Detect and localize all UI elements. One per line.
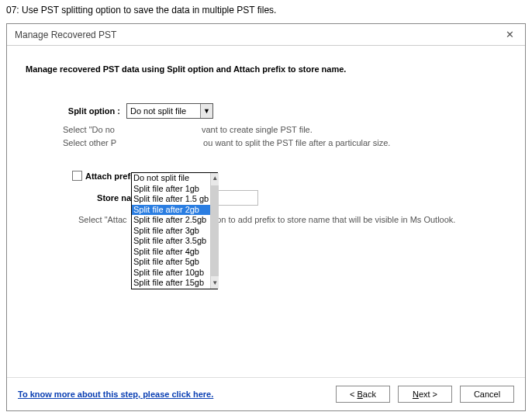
dropdown-option[interactable]: Do not split file bbox=[132, 173, 210, 184]
dropdown-option[interactable]: Split file after 4gb bbox=[132, 247, 210, 258]
dialog-titlebar: Manage Recovered PST ✕ bbox=[7, 24, 525, 46]
dropdown-option[interactable]: Split file after 15gb bbox=[132, 278, 210, 289]
dropdown-option[interactable]: Split file after 10gb bbox=[132, 268, 210, 279]
dialog-body: Manage recovered PST data using Split op… bbox=[7, 46, 525, 377]
dropdown-option[interactable]: Split file after 1gb bbox=[132, 184, 210, 195]
back-button[interactable]: < Back bbox=[336, 386, 390, 403]
dialog-manage-pst: Manage Recovered PST ✕ Manage recovered … bbox=[6, 23, 526, 411]
split-hint: Select "Do novant to create single PST f… bbox=[63, 123, 506, 149]
scroll-down-icon[interactable]: ▼ bbox=[212, 278, 218, 289]
scrollbar[interactable]: ▲ ▼ bbox=[210, 173, 219, 289]
dropdown-option[interactable]: Split file after 2gb bbox=[132, 205, 210, 216]
split-option-select[interactable]: Do not split file ▼ bbox=[126, 103, 213, 119]
dialog-footer: To know more about this step, please cli… bbox=[7, 377, 525, 410]
next-button[interactable]: Next > bbox=[398, 386, 452, 403]
dialog-title: Manage Recovered PST bbox=[15, 29, 116, 40]
store-name-row: Store name bbox=[26, 190, 506, 206]
split-option-label: Split option : bbox=[26, 106, 126, 116]
dropdown-option[interactable]: Split file after 1.5 gb bbox=[132, 194, 210, 205]
split-option-value: Do not split file bbox=[127, 106, 200, 116]
dropdown-option[interactable]: Split file after 3gb bbox=[132, 226, 210, 237]
close-icon[interactable]: ✕ bbox=[503, 29, 517, 40]
chevron-down-icon[interactable]: ▼ bbox=[200, 104, 212, 118]
dialog-heading: Manage recovered PST data using Split op… bbox=[26, 64, 506, 74]
dropdown-option[interactable]: Split file after 5gb bbox=[132, 257, 210, 268]
dropdown-option[interactable]: Split file after 3.5gb bbox=[132, 236, 210, 247]
scroll-thumb[interactable] bbox=[211, 185, 219, 276]
step-instruction: 07: Use PST splitting option to save the… bbox=[0, 0, 532, 23]
attach-prefix-checkbox[interactable] bbox=[72, 171, 82, 181]
split-option-dropdown[interactable]: Do not split fileSplit file after 1gbSpl… bbox=[131, 172, 218, 289]
button-group: < Back Next > Cancel bbox=[336, 386, 514, 403]
split-option-row: Split option : Do not split file ▼ bbox=[26, 103, 506, 119]
help-link[interactable]: To know more about this step, please cli… bbox=[18, 390, 213, 399]
scroll-up-icon[interactable]: ▲ bbox=[212, 173, 218, 184]
cancel-button[interactable]: Cancel bbox=[460, 386, 514, 403]
dropdown-option[interactable]: Split file after 2.5gb bbox=[132, 215, 210, 226]
